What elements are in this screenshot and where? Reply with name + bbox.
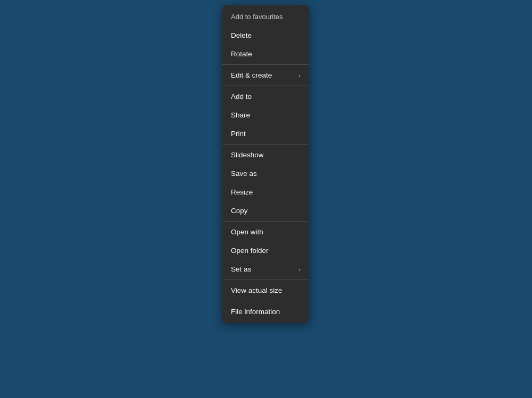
menu-item-label: Print	[231, 130, 246, 138]
menu-item-label: File information	[231, 308, 280, 316]
menu-item-label: Open folder	[231, 247, 269, 255]
menu-item-edit-create[interactable]: Edit & create ›	[222, 66, 309, 84]
menu-item-label: Rotate	[231, 50, 252, 58]
menu-item-add-to[interactable]: Add to	[222, 87, 309, 106]
menu-item-label: Delete	[231, 31, 252, 39]
divider-6	[222, 301, 309, 301]
menu-item-rotate[interactable]: Rotate	[222, 45, 309, 63]
divider-2	[222, 86, 309, 86]
menu-item-resize[interactable]: Resize	[222, 183, 309, 201]
menu-item-label: Resize	[231, 188, 253, 196]
chevron-right-icon: ›	[298, 72, 301, 79]
menu-item-label: Edit & create	[231, 71, 272, 79]
menu-item-label: Add to	[231, 92, 252, 100]
menu-item-copy[interactable]: Copy	[222, 201, 309, 220]
divider-1	[222, 64, 309, 65]
menu-item-open-folder[interactable]: Open folder	[222, 241, 309, 260]
context-menu: Add to favourites Delete Rotate Edit & c…	[222, 5, 309, 323]
chevron-right-icon: ›	[298, 266, 301, 273]
menu-item-label: View actual size	[231, 286, 282, 294]
menu-item-view-actual-size[interactable]: View actual size	[222, 281, 309, 300]
menu-item-delete[interactable]: Delete	[222, 26, 309, 45]
menu-item-label: Save as	[231, 170, 257, 177]
menu-item-label: Set as	[231, 265, 251, 273]
menu-item-share[interactable]: Share	[222, 106, 309, 124]
menu-item-print[interactable]: Print	[222, 124, 309, 143]
menu-item-set-as[interactable]: Set as ›	[222, 260, 309, 278]
menu-item-label: Share	[231, 111, 250, 119]
divider-4	[222, 221, 309, 222]
menu-item-add-to-favourites[interactable]: Add to favourites	[222, 7, 309, 26]
menu-item-open-with[interactable]: Open with	[222, 223, 309, 241]
menu-item-save-as[interactable]: Save as	[222, 164, 309, 183]
menu-item-label: Copy	[231, 207, 248, 215]
menu-item-label: Add to favourites	[231, 13, 283, 21]
menu-item-slideshow[interactable]: Slideshow	[222, 146, 309, 164]
menu-item-file-information[interactable]: File information	[222, 302, 309, 321]
menu-item-label: Slideshow	[231, 151, 264, 159]
divider-5	[222, 280, 309, 280]
menu-item-label: Open with	[231, 228, 263, 236]
divider-3	[222, 144, 309, 145]
